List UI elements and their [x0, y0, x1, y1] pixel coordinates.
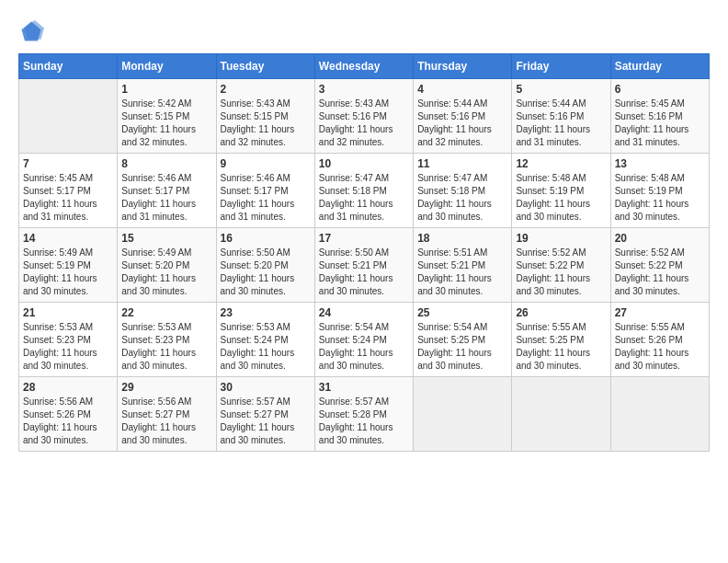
day-number: 16	[221, 232, 311, 245]
day-info: Sunrise: 5:54 AMSunset: 5:24 PMDaylight:…	[319, 321, 409, 373]
day-number: 31	[319, 381, 409, 394]
day-info: Sunrise: 5:44 AMSunset: 5:16 PMDaylight:…	[516, 98, 606, 149]
day-info: Sunrise: 5:55 AMSunset: 5:26 PMDaylight:…	[615, 321, 705, 373]
calendar-cell	[512, 377, 610, 452]
day-number: 19	[516, 232, 606, 245]
day-info: Sunrise: 5:42 AMSunset: 5:15 PMDaylight:…	[121, 98, 211, 149]
calendar-week-2: 7Sunrise: 5:45 AMSunset: 5:17 PMDaylight…	[19, 154, 710, 228]
column-header-thursday: Thursday	[414, 54, 512, 79]
column-header-tuesday: Tuesday	[216, 54, 314, 79]
calendar-cell: 6Sunrise: 5:45 AMSunset: 5:16 PMDaylight…	[610, 79, 709, 154]
day-number: 13	[615, 157, 705, 170]
calendar-cell: 9Sunrise: 5:46 AMSunset: 5:17 PMDaylight…	[216, 154, 314, 228]
calendar-cell: 7Sunrise: 5:45 AMSunset: 5:17 PMDaylight…	[19, 154, 118, 228]
calendar-cell: 21Sunrise: 5:53 AMSunset: 5:23 PMDayligh…	[19, 303, 118, 377]
day-info: Sunrise: 5:57 AMSunset: 5:27 PMDaylight:…	[221, 396, 311, 447]
day-number: 11	[417, 157, 507, 170]
column-header-wednesday: Wednesday	[314, 54, 413, 79]
day-number: 23	[221, 306, 311, 319]
header	[18, 18, 710, 44]
day-number: 21	[23, 306, 113, 319]
calendar-cell: 27Sunrise: 5:55 AMSunset: 5:26 PMDayligh…	[610, 303, 709, 377]
day-info: Sunrise: 5:44 AMSunset: 5:16 PMDaylight:…	[417, 98, 507, 149]
day-number: 17	[319, 232, 409, 245]
calendar-cell: 15Sunrise: 5:49 AMSunset: 5:20 PMDayligh…	[118, 228, 216, 303]
day-number: 29	[121, 381, 211, 394]
day-info: Sunrise: 5:55 AMSunset: 5:25 PMDaylight:…	[516, 321, 606, 373]
day-number: 24	[319, 306, 409, 319]
day-number: 26	[516, 306, 606, 319]
day-number: 20	[615, 232, 705, 245]
logo-icon	[18, 18, 44, 44]
day-info: Sunrise: 5:51 AMSunset: 5:21 PMDaylight:…	[417, 247, 507, 298]
day-number: 10	[319, 157, 409, 170]
calendar-cell: 4Sunrise: 5:44 AMSunset: 5:16 PMDaylight…	[414, 79, 512, 154]
day-info: Sunrise: 5:46 AMSunset: 5:17 PMDaylight:…	[121, 172, 211, 224]
day-number: 14	[23, 232, 113, 245]
calendar-cell: 25Sunrise: 5:54 AMSunset: 5:25 PMDayligh…	[414, 303, 512, 377]
day-info: Sunrise: 5:56 AMSunset: 5:26 PMDaylight:…	[23, 396, 113, 447]
day-info: Sunrise: 5:47 AMSunset: 5:18 PMDaylight:…	[417, 172, 507, 224]
calendar-cell: 1Sunrise: 5:42 AMSunset: 5:15 PMDaylight…	[118, 79, 216, 154]
day-number: 6	[615, 83, 705, 96]
calendar-week-3: 14Sunrise: 5:49 AMSunset: 5:19 PMDayligh…	[19, 228, 710, 303]
calendar-cell: 8Sunrise: 5:46 AMSunset: 5:17 PMDaylight…	[118, 154, 216, 228]
calendar-cell: 16Sunrise: 5:50 AMSunset: 5:20 PMDayligh…	[216, 228, 314, 303]
day-number: 4	[417, 83, 507, 96]
day-info: Sunrise: 5:57 AMSunset: 5:28 PMDaylight:…	[319, 396, 409, 447]
calendar-week-5: 28Sunrise: 5:56 AMSunset: 5:26 PMDayligh…	[19, 377, 710, 452]
logo	[18, 18, 48, 44]
calendar-cell: 3Sunrise: 5:43 AMSunset: 5:16 PMDaylight…	[314, 79, 413, 154]
day-info: Sunrise: 5:47 AMSunset: 5:18 PMDaylight:…	[319, 172, 409, 224]
calendar-cell: 11Sunrise: 5:47 AMSunset: 5:18 PMDayligh…	[414, 154, 512, 228]
day-number: 27	[615, 306, 705, 319]
day-info: Sunrise: 5:53 AMSunset: 5:24 PMDaylight:…	[221, 321, 311, 373]
calendar-cell: 30Sunrise: 5:57 AMSunset: 5:27 PMDayligh…	[216, 377, 314, 452]
calendar-cell: 18Sunrise: 5:51 AMSunset: 5:21 PMDayligh…	[414, 228, 512, 303]
calendar-cell: 29Sunrise: 5:56 AMSunset: 5:27 PMDayligh…	[118, 377, 216, 452]
day-number: 28	[23, 381, 113, 394]
day-number: 25	[417, 306, 507, 319]
day-info: Sunrise: 5:49 AMSunset: 5:20 PMDaylight:…	[121, 247, 211, 298]
calendar-cell: 5Sunrise: 5:44 AMSunset: 5:16 PMDaylight…	[512, 79, 610, 154]
calendar-cell: 17Sunrise: 5:50 AMSunset: 5:21 PMDayligh…	[314, 228, 413, 303]
day-info: Sunrise: 5:45 AMSunset: 5:17 PMDaylight:…	[23, 172, 113, 224]
day-info: Sunrise: 5:52 AMSunset: 5:22 PMDaylight:…	[516, 247, 606, 298]
calendar-week-1: 1Sunrise: 5:42 AMSunset: 5:15 PMDaylight…	[19, 79, 710, 154]
calendar-cell: 28Sunrise: 5:56 AMSunset: 5:26 PMDayligh…	[19, 377, 118, 452]
calendar-header-row: SundayMondayTuesdayWednesdayThursdayFrid…	[19, 54, 710, 79]
day-info: Sunrise: 5:50 AMSunset: 5:20 PMDaylight:…	[221, 247, 311, 298]
column-header-saturday: Saturday	[610, 54, 709, 79]
day-number: 1	[121, 83, 211, 96]
day-number: 30	[221, 381, 311, 394]
calendar-cell: 14Sunrise: 5:49 AMSunset: 5:19 PMDayligh…	[19, 228, 118, 303]
calendar-cell: 24Sunrise: 5:54 AMSunset: 5:24 PMDayligh…	[314, 303, 413, 377]
day-info: Sunrise: 5:56 AMSunset: 5:27 PMDaylight:…	[121, 396, 211, 447]
calendar-cell: 2Sunrise: 5:43 AMSunset: 5:15 PMDaylight…	[216, 79, 314, 154]
day-info: Sunrise: 5:52 AMSunset: 5:22 PMDaylight:…	[615, 247, 705, 298]
svg-marker-1	[25, 20, 44, 40]
calendar-cell	[610, 377, 709, 452]
day-info: Sunrise: 5:43 AMSunset: 5:16 PMDaylight:…	[319, 98, 409, 149]
column-header-sunday: Sunday	[19, 54, 118, 79]
day-info: Sunrise: 5:50 AMSunset: 5:21 PMDaylight:…	[319, 247, 409, 298]
day-number: 12	[516, 157, 606, 170]
day-info: Sunrise: 5:46 AMSunset: 5:17 PMDaylight:…	[221, 172, 311, 224]
day-number: 5	[516, 83, 606, 96]
calendar-table: SundayMondayTuesdayWednesdayThursdayFrid…	[18, 53, 710, 452]
day-number: 3	[319, 83, 409, 96]
calendar-cell	[414, 377, 512, 452]
day-number: 15	[121, 232, 211, 245]
calendar-cell: 13Sunrise: 5:48 AMSunset: 5:19 PMDayligh…	[610, 154, 709, 228]
day-info: Sunrise: 5:49 AMSunset: 5:19 PMDaylight:…	[23, 247, 113, 298]
calendar-cell: 10Sunrise: 5:47 AMSunset: 5:18 PMDayligh…	[314, 154, 413, 228]
day-info: Sunrise: 5:53 AMSunset: 5:23 PMDaylight:…	[121, 321, 211, 373]
calendar-cell: 23Sunrise: 5:53 AMSunset: 5:24 PMDayligh…	[216, 303, 314, 377]
calendar-cell: 22Sunrise: 5:53 AMSunset: 5:23 PMDayligh…	[118, 303, 216, 377]
calendar-cell: 26Sunrise: 5:55 AMSunset: 5:25 PMDayligh…	[512, 303, 610, 377]
day-info: Sunrise: 5:53 AMSunset: 5:23 PMDaylight:…	[23, 321, 113, 373]
day-info: Sunrise: 5:54 AMSunset: 5:25 PMDaylight:…	[417, 321, 507, 373]
day-info: Sunrise: 5:48 AMSunset: 5:19 PMDaylight:…	[615, 172, 705, 224]
column-header-friday: Friday	[512, 54, 610, 79]
calendar-cell: 12Sunrise: 5:48 AMSunset: 5:19 PMDayligh…	[512, 154, 610, 228]
